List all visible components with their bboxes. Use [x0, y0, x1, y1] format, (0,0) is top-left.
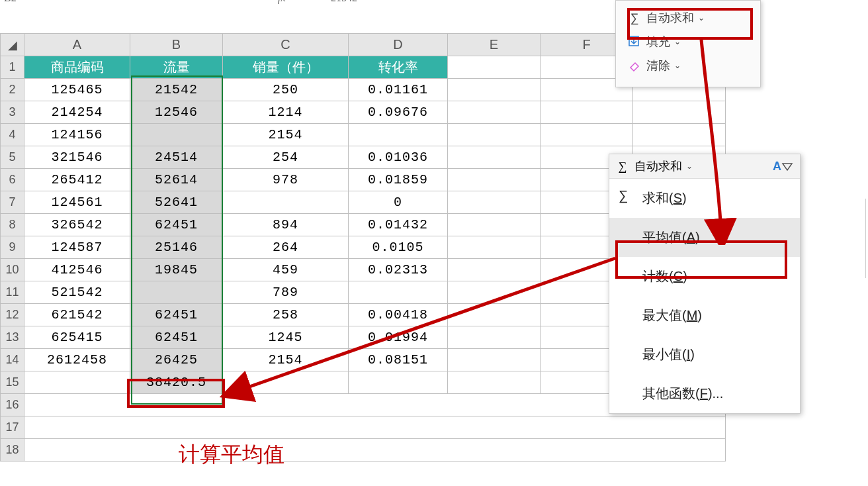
cell[interactable]: 978 — [223, 169, 349, 191]
dropdown-item-最大值[interactable]: 最大值(M) — [609, 296, 800, 335]
cell[interactable]: 0.09676 — [349, 101, 448, 124]
cell[interactable] — [24, 416, 726, 439]
cell[interactable] — [541, 101, 633, 124]
row-header[interactable]: 3 — [1, 101, 24, 124]
cell[interactable]: 2154 — [223, 124, 349, 146]
cell[interactable]: 12546 — [130, 101, 223, 124]
cell[interactable] — [223, 371, 349, 394]
row-header[interactable]: 8 — [1, 214, 24, 236]
cell[interactable]: 0.02313 — [349, 259, 448, 281]
cell[interactable]: 326542 — [24, 214, 130, 236]
cell[interactable]: 264 — [223, 236, 349, 259]
cell[interactable]: 521542 — [24, 281, 130, 304]
row-header[interactable]: 12 — [1, 304, 24, 326]
cell[interactable] — [448, 236, 541, 259]
cell[interactable]: 0.01432 — [349, 214, 448, 236]
row-header[interactable]: 15 — [1, 371, 24, 394]
cell[interactable]: 789 — [223, 281, 349, 304]
cell[interactable]: 321546 — [24, 146, 130, 169]
row-header[interactable]: 13 — [1, 326, 24, 349]
dropdown-item-其他函数[interactable]: 其他函数(F)... — [609, 374, 800, 413]
cell[interactable] — [448, 124, 541, 146]
cell[interactable]: 62451 — [130, 214, 223, 236]
cell[interactable]: 412546 — [24, 259, 130, 281]
cell[interactable]: 62451 — [130, 326, 223, 349]
cell[interactable]: 621542 — [24, 304, 130, 326]
cell[interactable] — [349, 281, 448, 304]
cell[interactable] — [448, 191, 541, 214]
cell[interactable]: 0 — [349, 191, 448, 214]
row-header[interactable]: 11 — [1, 281, 24, 304]
cell[interactable] — [24, 439, 726, 462]
cell[interactable]: 0.08151 — [349, 349, 448, 371]
row-header[interactable]: 7 — [1, 191, 24, 214]
cell[interactable] — [349, 371, 448, 394]
col-header-B[interactable]: B — [130, 34, 223, 56]
cell[interactable] — [448, 371, 541, 394]
cell[interactable]: 0.0105 — [349, 236, 448, 259]
header-cell[interactable]: 流量 — [130, 56, 223, 79]
cell[interactable] — [24, 371, 130, 394]
cell[interactable]: 62451 — [130, 304, 223, 326]
col-header-D[interactable]: D — [349, 34, 448, 56]
autosum-dropdown-header[interactable]: ∑ 自动求和 ⌄ A — [609, 154, 800, 179]
cell[interactable]: 250 — [223, 79, 349, 101]
cell[interactable] — [448, 304, 541, 326]
cell[interactable] — [448, 214, 541, 236]
cell[interactable]: 0.01161 — [349, 79, 448, 101]
cell[interactable]: 265412 — [24, 169, 130, 191]
header-cell[interactable]: 商品编码 — [24, 56, 130, 79]
formula-value[interactable]: 21542 — [331, 0, 357, 4]
cell[interactable]: 25146 — [130, 236, 223, 259]
cell[interactable]: 0.01859 — [349, 169, 448, 191]
cell[interactable]: 1245 — [223, 326, 349, 349]
cell[interactable] — [130, 281, 223, 304]
cell[interactable]: 2154 — [223, 349, 349, 371]
row-header[interactable]: 4 — [1, 124, 24, 146]
clear-button[interactable]: 清除 ⌄ — [620, 54, 756, 77]
row-header[interactable]: 16 — [1, 394, 24, 416]
dropdown-item-最小值[interactable]: 最小值(I) — [609, 335, 800, 374]
col-header-E[interactable]: E — [448, 34, 541, 56]
cell[interactable] — [448, 56, 541, 79]
row-header[interactable]: 1 — [1, 56, 24, 79]
cell[interactable]: 254 — [223, 146, 349, 169]
cell[interactable]: 125465 — [24, 79, 130, 101]
cell[interactable] — [541, 124, 633, 146]
cell[interactable] — [448, 326, 541, 349]
row-header[interactable]: 14 — [1, 349, 24, 371]
cell[interactable] — [448, 281, 541, 304]
cell[interactable]: 0.01994 — [349, 326, 448, 349]
row-header[interactable]: 9 — [1, 236, 24, 259]
header-cell[interactable]: 销量（件） — [223, 56, 349, 79]
cell[interactable]: 459 — [223, 259, 349, 281]
cell[interactable]: 0.00418 — [349, 304, 448, 326]
cell[interactable] — [448, 146, 541, 169]
cell[interactable]: 52614 — [130, 169, 223, 191]
cell[interactable]: 258 — [223, 304, 349, 326]
cell[interactable]: 214254 — [24, 101, 130, 124]
cell[interactable]: 21542 — [130, 79, 223, 101]
sort-filter-icon[interactable]: A — [773, 160, 793, 173]
col-header-C[interactable]: C — [223, 34, 349, 56]
cell[interactable]: 52641 — [130, 191, 223, 214]
row-header[interactable]: 17 — [1, 416, 24, 439]
header-cell[interactable]: 转化率 — [349, 56, 448, 79]
cell[interactable] — [130, 124, 223, 146]
cell[interactable] — [448, 101, 541, 124]
row-header[interactable]: 6 — [1, 169, 24, 191]
name-box[interactable]: B2 — [4, 0, 17, 4]
select-all-corner[interactable]: ◢ — [1, 34, 24, 56]
cell[interactable] — [633, 101, 726, 124]
fill-button[interactable]: 填充 ⌄ — [620, 30, 756, 54]
dropdown-item-平均值[interactable]: 平均值(A) — [609, 218, 800, 257]
dropdown-item-计数[interactable]: 计数(C) — [609, 257, 800, 296]
row-header[interactable]: 10 — [1, 259, 24, 281]
cell[interactable]: 1214 — [223, 101, 349, 124]
cell[interactable]: 24514 — [130, 146, 223, 169]
row-header[interactable]: 2 — [1, 79, 24, 101]
row-header[interactable]: 18 — [1, 439, 24, 462]
cell[interactable]: 124587 — [24, 236, 130, 259]
cell[interactable]: 0.01036 — [349, 146, 448, 169]
result-cell[interactable]: 38420.5 — [130, 371, 223, 394]
